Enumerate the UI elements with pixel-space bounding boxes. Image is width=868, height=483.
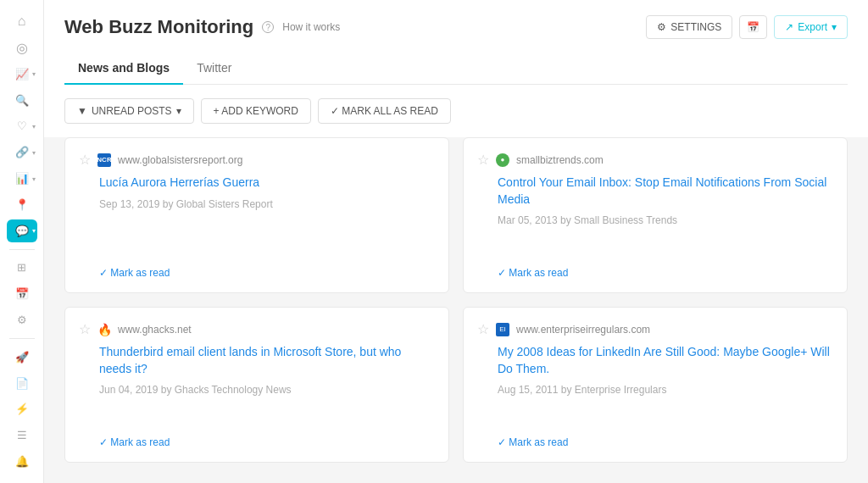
- sidebar-divider: [9, 249, 35, 250]
- article-meta-2: Mar 05, 2013 by Small Business Trends: [477, 214, 833, 226]
- mark-read-3[interactable]: ✓ Mark as read: [79, 436, 435, 448]
- export-label: Export: [798, 21, 827, 33]
- filter-label: UNREAD POSTS: [92, 105, 172, 117]
- filter-icon: ▼: [77, 105, 87, 117]
- sidebar-item-home[interactable]: ⌂: [7, 10, 37, 33]
- star-icon-1[interactable]: ☆: [79, 152, 91, 168]
- unread-posts-filter-button[interactable]: ▼ UNREAD POSTS ▾: [64, 98, 194, 124]
- star-icon-4[interactable]: ☆: [477, 321, 489, 337]
- star-icon-2[interactable]: ☆: [477, 152, 489, 168]
- mark-read-4[interactable]: ✓ Mark as read: [477, 436, 833, 448]
- sidebar-item-search[interactable]: 🔍: [7, 89, 37, 112]
- article-meta-4: Aug 15, 2011 by Enterprise Irregulars: [477, 384, 833, 396]
- article-meta-1: Sep 13, 2019 by Global Sisters Report: [79, 198, 435, 210]
- page-title: Web Buzz Monitoring: [64, 16, 253, 38]
- article-title-1[interactable]: Lucía Aurora Herrerías Guerra: [79, 175, 435, 192]
- source-domain-4: www.enterpriseirregulars.com: [516, 324, 650, 336]
- sidebar-item-calendar[interactable]: 📅: [7, 282, 37, 305]
- articles-grid: ☆ NCR www.globalsistersreport.org Lucía …: [44, 137, 868, 483]
- favicon-4: EI: [496, 323, 509, 336]
- article-card-2: ☆ ● smallbiztrends.com Control Your Emai…: [463, 137, 848, 293]
- export-icon: ↗: [785, 21, 793, 33]
- page-header: Web Buzz Monitoring ? How it works ⚙ SET…: [44, 0, 868, 85]
- toolbar: ▼ UNREAD POSTS ▾ + ADD KEYWORD ✓ MARK AL…: [44, 85, 868, 137]
- card-header-1: ☆ NCR www.globalsistersreport.org: [79, 152, 435, 168]
- sidebar-item-settings[interactable]: ⚙: [7, 308, 37, 331]
- add-keyword-label: + ADD KEYWORD: [214, 105, 298, 117]
- sidebar-item-bell[interactable]: 🔔: [7, 450, 37, 473]
- star-icon-3[interactable]: ☆: [79, 321, 91, 337]
- source-domain-2: smallbiztrends.com: [516, 154, 604, 166]
- help-icon[interactable]: ?: [262, 21, 274, 33]
- sidebar-item-analytics[interactable]: ◎: [7, 36, 37, 59]
- mark-all-label: ✓ MARK ALL AS READ: [331, 105, 438, 117]
- article-card-3: ☆ 🔥 www.ghacks.net Thunderbird email cli…: [64, 307, 449, 463]
- card-header-3: ☆ 🔥 www.ghacks.net: [79, 321, 435, 337]
- mark-all-read-button[interactable]: ✓ MARK ALL AS READ: [318, 98, 451, 124]
- favicon-3: 🔥: [97, 323, 111, 336]
- article-card-4: ☆ EI www.enterpriseirregulars.com My 200…: [463, 307, 848, 463]
- export-button[interactable]: ↗ Export ▾: [774, 15, 848, 39]
- title-group: Web Buzz Monitoring ? How it works: [64, 16, 340, 38]
- sidebar-item-chart[interactable]: 📈▾: [7, 63, 37, 86]
- add-keyword-button[interactable]: + ADD KEYWORD: [201, 98, 311, 124]
- tab-bar: News and Blogs Twitter: [64, 53, 848, 85]
- sidebar-item-link[interactable]: 🔗▾: [7, 141, 37, 164]
- article-title-2[interactable]: Control Your Email Inbox: Stop Email Not…: [477, 175, 833, 208]
- article-title-3[interactable]: Thunderbird email client lands in Micros…: [79, 344, 435, 377]
- sidebar-item-heart[interactable]: ♡▾: [7, 114, 37, 137]
- dropdown-chevron-icon: ▾: [176, 105, 181, 117]
- sidebar-item-doc[interactable]: 📄: [7, 372, 37, 395]
- sidebar: ⌂ ◎ 📈▾ 🔍 ♡▾ 🔗▾ 📊▾ 📍 💬▾ ⊞ 📅 ⚙ 🚀 📄 ⚡ ☰ 🔔: [0, 0, 44, 483]
- card-header-2: ☆ ● smallbiztrends.com: [477, 152, 833, 168]
- how-it-works-link[interactable]: How it works: [282, 21, 340, 33]
- settings-label: SETTINGS: [670, 21, 721, 33]
- card-header-4: ☆ EI www.enterpriseirregulars.com: [477, 321, 833, 337]
- calendar-button[interactable]: 📅: [739, 15, 767, 39]
- sidebar-item-list[interactable]: ☰: [7, 424, 37, 447]
- sidebar-divider-2: [9, 338, 35, 339]
- calendar-icon: 📅: [747, 21, 760, 33]
- sidebar-item-chat[interactable]: 💬▾: [7, 219, 37, 242]
- favicon-1: NCR: [97, 153, 111, 167]
- settings-button[interactable]: ⚙ SETTINGS: [646, 15, 732, 39]
- source-domain-3: www.ghacks.net: [118, 324, 192, 336]
- source-domain-1: www.globalsistersreport.org: [118, 154, 242, 166]
- sidebar-item-rocket[interactable]: 🚀: [7, 346, 37, 369]
- tab-news-and-blogs[interactable]: News and Blogs: [64, 53, 183, 85]
- mark-read-2[interactable]: ✓ Mark as read: [477, 267, 833, 279]
- main-content: Web Buzz Monitoring ? How it works ⚙ SET…: [44, 0, 868, 483]
- article-card-1: ☆ NCR www.globalsistersreport.org Lucía …: [64, 137, 449, 293]
- header-top: Web Buzz Monitoring ? How it works ⚙ SET…: [64, 15, 848, 39]
- settings-icon: ⚙: [657, 21, 666, 33]
- article-title-4[interactable]: My 2008 Ideas for LinkedIn Are Still Goo…: [477, 344, 833, 377]
- sidebar-item-pin[interactable]: 📍: [7, 193, 37, 216]
- header-actions: ⚙ SETTINGS 📅 ↗ Export ▾: [646, 15, 848, 39]
- favicon-2: ●: [496, 153, 509, 167]
- chevron-down-icon: ▾: [832, 21, 837, 33]
- article-meta-3: Jun 04, 2019 by Ghacks Technology News: [79, 384, 435, 396]
- sidebar-item-bolt[interactable]: ⚡: [7, 398, 37, 421]
- tab-twitter[interactable]: Twitter: [183, 53, 245, 85]
- sidebar-item-grid[interactable]: ⊞: [7, 256, 37, 279]
- mark-read-1[interactable]: ✓ Mark as read: [79, 267, 435, 279]
- sidebar-item-bar-chart[interactable]: 📊▾: [7, 167, 37, 190]
